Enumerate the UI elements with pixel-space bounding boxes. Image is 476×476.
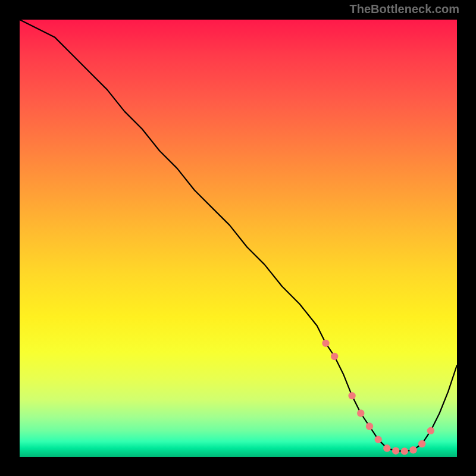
marker-point — [418, 440, 425, 447]
marker-point — [348, 392, 355, 399]
marker-point — [383, 444, 390, 452]
marker-point — [427, 427, 434, 434]
marker-point — [322, 340, 329, 347]
watermark-text: TheBottleneck.com — [350, 2, 459, 16]
marker-point — [366, 422, 373, 430]
marker-point — [401, 447, 408, 455]
plot-area — [20, 20, 457, 457]
data-markers — [322, 340, 434, 455]
marker-point — [357, 409, 364, 416]
marker-point — [409, 446, 416, 453]
bottleneck-curve — [20, 20, 457, 451]
marker-point — [392, 447, 399, 455]
marker-point — [331, 353, 338, 360]
chart-container: TheBottleneck.com — [0, 0, 476, 476]
curve-layer — [20, 20, 457, 457]
marker-point — [375, 436, 382, 443]
